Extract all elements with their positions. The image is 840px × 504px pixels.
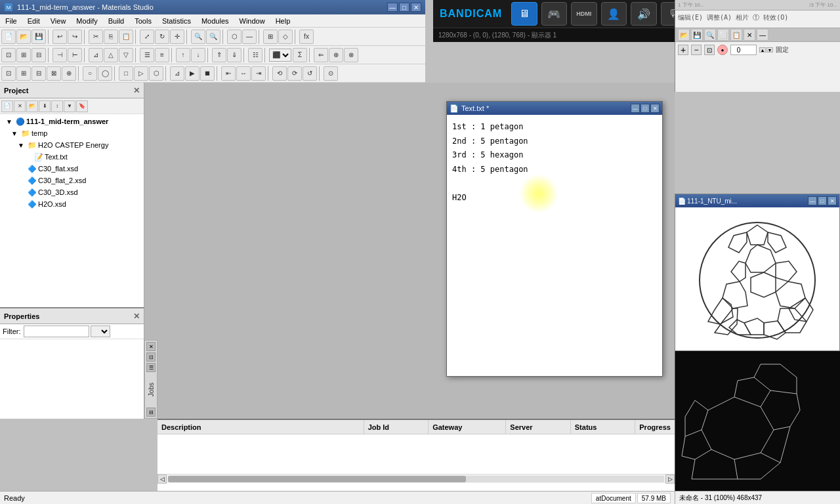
tool3-btn-15[interactable]: ↔ bbox=[236, 66, 251, 81]
tree-c30-flat2[interactable]: 🔷 C30_flat_2.xsd bbox=[1, 175, 142, 186]
tool-btn-16[interactable]: ⇐ bbox=[314, 48, 328, 62]
tool3-btn-5[interactable]: ⊕ bbox=[62, 66, 76, 81]
tree-text-txt[interactable]: 📝 Text.txt bbox=[1, 151, 142, 163]
bandicam-tab-monitor[interactable]: 🖥 bbox=[511, 2, 537, 26]
tree-c30-3d[interactable]: 🔷 C30_3D.xsd bbox=[1, 186, 142, 198]
lattice-button[interactable]: ⊞ bbox=[263, 30, 278, 44]
save-button[interactable]: 💾 bbox=[32, 30, 46, 44]
props-close-button[interactable]: ✕ bbox=[133, 312, 140, 321]
new-button[interactable]: 📄 bbox=[1, 30, 16, 44]
tool3-btn-20[interactable]: ⊙ bbox=[324, 66, 338, 81]
open-button[interactable]: 📂 bbox=[16, 30, 31, 44]
tool-btn-1[interactable]: ⊡ bbox=[1, 48, 16, 62]
select-button[interactable]: ⤢ bbox=[140, 30, 154, 44]
text-editor-close[interactable]: ✕ bbox=[650, 104, 660, 113]
right-tool-5[interactable]: 📋 bbox=[730, 29, 742, 41]
jobs-scroll-left[interactable]: ◁ bbox=[158, 474, 167, 484]
tool-btn-14[interactable]: ⇓ bbox=[227, 48, 242, 62]
jobs-side-icon2[interactable]: ☰ bbox=[146, 363, 156, 372]
menu-modify[interactable]: Modify bbox=[71, 14, 102, 28]
tool-btn-7[interactable]: △ bbox=[104, 48, 118, 62]
zoom-in-button[interactable]: 🔍 bbox=[191, 30, 205, 44]
mol-minimize-btn[interactable]: — bbox=[808, 196, 817, 205]
tool3-btn-7[interactable]: ◯ bbox=[98, 66, 112, 81]
bandicam-tab-gamepad[interactable]: 🎮 bbox=[541, 2, 568, 26]
right-tool-2[interactable]: 💾 bbox=[691, 29, 703, 41]
menu-modules[interactable]: Modules bbox=[196, 14, 234, 28]
tree-root[interactable]: ▼ 🔵 111-1_mid-term_answer bbox=[1, 116, 142, 127]
tool3-btn-11[interactable]: ⊿ bbox=[170, 66, 184, 81]
copy-button[interactable]: ⎘ bbox=[104, 30, 118, 44]
zoom-plus-btn[interactable]: + bbox=[678, 45, 688, 55]
tool-btn-2[interactable]: ⊞ bbox=[16, 48, 31, 62]
tool-btn-6[interactable]: ⊿ bbox=[89, 48, 103, 62]
menu-build[interactable]: Build bbox=[103, 14, 129, 28]
zoom-value-input[interactable] bbox=[730, 45, 757, 55]
translate-button[interactable]: ✛ bbox=[170, 30, 184, 44]
tool-btn-3[interactable]: ⊟ bbox=[32, 48, 46, 62]
menu-help[interactable]: Help bbox=[270, 14, 296, 28]
tool3-btn-13[interactable]: ⏹ bbox=[200, 66, 215, 81]
tool-btn-18[interactable]: ⊗ bbox=[344, 48, 358, 62]
menu-file[interactable]: File bbox=[0, 14, 22, 28]
jobs-scroll-right[interactable]: ▷ bbox=[665, 474, 675, 484]
tool3-btn-10[interactable]: ⬡ bbox=[149, 66, 163, 81]
tool3-btn-2[interactable]: ⊞ bbox=[16, 66, 31, 81]
zoom-minus-btn[interactable]: − bbox=[691, 45, 702, 55]
text-editor-minimize[interactable]: — bbox=[631, 104, 640, 113]
zoom-down-btn[interactable]: ▼ bbox=[766, 47, 773, 52]
tool3-btn-18[interactable]: ⟳ bbox=[287, 66, 302, 81]
tool-btn-4[interactable]: ⊣ bbox=[52, 48, 67, 62]
proj-new-btn[interactable]: 📄 bbox=[1, 100, 13, 112]
menu-window[interactable]: Window bbox=[234, 14, 270, 28]
proj-open-btn[interactable]: 📂 bbox=[26, 100, 38, 112]
bond-button[interactable]: — bbox=[242, 30, 257, 44]
redo-button[interactable]: ↪ bbox=[68, 30, 82, 44]
tool3-btn-1[interactable]: ⊡ bbox=[1, 66, 16, 81]
tool3-btn-4[interactable]: ⊠ bbox=[47, 66, 61, 81]
tool-btn-12[interactable]: ↓ bbox=[191, 48, 205, 62]
tool3-btn-6[interactable]: ○ bbox=[83, 66, 97, 81]
jobs-scroll-thumb[interactable] bbox=[168, 476, 466, 482]
close-button[interactable]: ✕ bbox=[411, 3, 421, 12]
bandicam-tab-webcam[interactable]: 👤 bbox=[601, 2, 627, 26]
right-tool-6[interactable]: ✕ bbox=[744, 29, 755, 41]
minimize-button[interactable]: — bbox=[387, 3, 398, 12]
symmetry-button[interactable]: ◇ bbox=[278, 30, 293, 44]
tool-btn-15[interactable]: ☷ bbox=[248, 48, 262, 62]
filter-input[interactable] bbox=[24, 326, 89, 337]
tool-btn-13[interactable]: ⇑ bbox=[212, 48, 226, 62]
project-close-button[interactable]: ✕ bbox=[133, 86, 140, 95]
mol-maximize-btn[interactable]: □ bbox=[818, 196, 827, 205]
jobs-side-icon1[interactable]: ⊡ bbox=[146, 352, 156, 362]
paste-button[interactable]: 📋 bbox=[119, 30, 133, 44]
tool3-btn-12[interactable]: ▶ bbox=[185, 66, 200, 81]
jobs-scrollbar[interactable]: ◁ ▷ bbox=[158, 474, 675, 483]
text-editor-maximize[interactable]: □ bbox=[640, 104, 650, 113]
bandicam-tab-hdmi[interactable]: HDMI bbox=[571, 2, 597, 26]
tree-temp[interactable]: ▼ 📁 temp bbox=[1, 127, 142, 139]
jobs-side-icon3[interactable]: ⊟ bbox=[146, 408, 156, 417]
filter-select[interactable] bbox=[91, 326, 110, 337]
menu-statistics[interactable]: Statistics bbox=[157, 14, 196, 28]
proj-import-btn[interactable]: ⬇ bbox=[39, 100, 51, 112]
jobs-side-close[interactable]: ✕ bbox=[146, 342, 156, 351]
bandicam-tab-speaker[interactable]: 🔊 bbox=[631, 2, 657, 26]
right-tool-3[interactable]: 🔍 bbox=[704, 29, 716, 41]
proj-sort-btn[interactable]: ↕ bbox=[51, 100, 63, 112]
rotate-button[interactable]: ↻ bbox=[155, 30, 169, 44]
tool3-btn-19[interactable]: ↺ bbox=[303, 66, 317, 81]
tool3-btn-9[interactable]: ▷ bbox=[134, 66, 148, 81]
zoom-dot-btn[interactable]: ● bbox=[717, 45, 728, 55]
formula-button[interactable]: fx bbox=[299, 30, 314, 44]
tool-btn-11[interactable]: ↑ bbox=[176, 48, 190, 62]
tree-c30-flat[interactable]: 🔷 C30_flat.xsd bbox=[1, 163, 142, 175]
right-tool-4[interactable]: ⬜ bbox=[717, 29, 729, 41]
tool-btn-8[interactable]: ▽ bbox=[119, 48, 133, 62]
tool3-btn-14[interactable]: ⇤ bbox=[221, 66, 236, 81]
proj-bookmark-btn[interactable]: 🔖 bbox=[76, 100, 88, 112]
cut-button[interactable]: ✂ bbox=[89, 30, 103, 44]
right-tool-1[interactable]: 📂 bbox=[678, 29, 690, 41]
tool3-btn-16[interactable]: ⇥ bbox=[251, 66, 266, 81]
proj-delete-btn[interactable]: ✕ bbox=[14, 100, 26, 112]
